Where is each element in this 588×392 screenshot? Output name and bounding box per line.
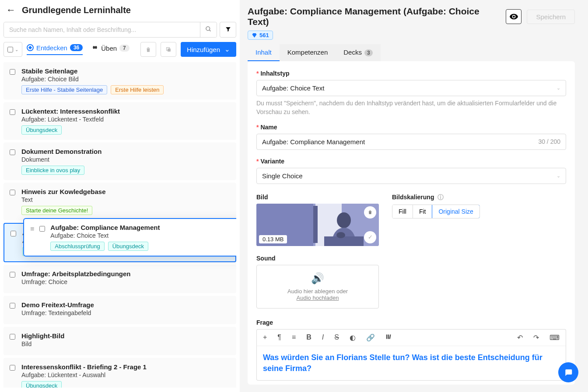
list-item[interactable]: Interessenskonflikt - Briefing 2 - Frage… xyxy=(4,358,236,388)
filter-icon[interactable] xyxy=(220,22,236,38)
svg-rect-9 xyxy=(324,236,364,246)
item-subtitle: Bild xyxy=(21,340,230,347)
tag: Starte deine Geschichte! xyxy=(21,206,92,215)
item-checkbox[interactable] xyxy=(10,272,15,278)
tab-ueben[interactable]: Üben 7 xyxy=(91,45,130,55)
drag-tag: Übungsdeck xyxy=(108,242,148,251)
editor-toolbar: + ¶ ≡ B I S ◐ 🔗 ↶ ↷ ⌨ xyxy=(256,329,566,346)
item-subtitle: Aufgabe: Lückentext - Auswahl xyxy=(21,371,230,378)
input-name[interactable]: Aufgabe: Compliance Management 30 / 200 xyxy=(256,134,566,150)
item-title: Dokument Demonstration xyxy=(21,148,230,155)
item-checkbox[interactable] xyxy=(10,231,16,236)
chevron-down-icon: ⌄ xyxy=(556,173,560,179)
library-icon[interactable] xyxy=(385,333,392,342)
keyboard-icon[interactable]: ⌨ xyxy=(550,333,560,342)
list-item[interactable]: Dokument DemonstrationDokumentEinblicke … xyxy=(4,142,236,180)
tag: Erste Hilfe leisten xyxy=(111,85,164,94)
label-sound: Sound xyxy=(256,255,566,262)
image-ok-icon: ✓ xyxy=(364,231,376,243)
svg-point-0 xyxy=(206,27,210,31)
plus-icon[interactable]: + xyxy=(263,333,267,341)
item-checkbox[interactable] xyxy=(10,149,15,155)
back-arrow-icon[interactable]: ← xyxy=(6,4,16,16)
detail-title: Aufgabe: Compliance Management (Aufgabe:… xyxy=(248,6,500,27)
item-checkbox[interactable] xyxy=(10,303,15,309)
image-size-label: 0.13 MB xyxy=(259,235,287,243)
search-icon[interactable] xyxy=(200,22,217,37)
add-button[interactable]: Hinzufügen ⌄ xyxy=(181,42,236,57)
item-title: Hinweis zur Kowledgebase xyxy=(21,188,230,195)
copy-icon[interactable] xyxy=(161,42,176,57)
svg-rect-12 xyxy=(388,334,389,339)
delete-icon[interactable] xyxy=(140,42,156,57)
search-input[interactable] xyxy=(4,22,200,37)
item-subtitle: Aufgabe: Lückentext - Textfeld xyxy=(21,116,230,123)
item-title: Umfrage: Arbeitsplatzbedingungen xyxy=(21,270,230,278)
drag-tag: Abschlussprüfung xyxy=(50,242,104,251)
tab-decks[interactable]: Decks3 xyxy=(336,44,380,61)
label-bild: Bild xyxy=(256,194,379,201)
item-checkbox[interactable] xyxy=(10,109,15,115)
select-variante[interactable]: Single Choice⌄ xyxy=(256,168,566,184)
label-variante: Variante xyxy=(260,158,284,165)
redo-icon[interactable]: ↷ xyxy=(533,333,539,342)
label-name: Name xyxy=(260,124,277,131)
italic-icon[interactable]: I xyxy=(322,333,324,341)
svg-rect-13 xyxy=(389,334,391,339)
list-item[interactable]: Lückentext: InteressenskonfliktAufgabe: … xyxy=(4,102,236,140)
save-button[interactable]: Speichern xyxy=(527,10,575,24)
tag: Übungsdeck xyxy=(21,381,62,388)
item-title: Highlight-Bild xyxy=(21,332,230,340)
name-counter: 30 / 200 xyxy=(538,138,560,145)
sound-upload-link[interactable]: Audio hochladen xyxy=(297,295,339,301)
item-checkbox[interactable] xyxy=(10,69,15,75)
editor-body[interactable]: Was würden Sie an Florians Stelle tun? W… xyxy=(256,346,566,381)
help-icon[interactable]: ⓘ xyxy=(438,194,444,201)
scale-original-button[interactable]: Original Size xyxy=(432,205,480,219)
item-title: Lückentext: Interessenskonflikt xyxy=(21,108,230,115)
tab-inhalt[interactable]: Inhalt xyxy=(248,44,280,61)
undo-icon[interactable]: ↶ xyxy=(517,333,523,342)
svg-rect-2 xyxy=(168,49,171,52)
svg-point-10 xyxy=(336,232,345,238)
list-item[interactable]: Hinweis zur KowledgebaseTextStarte deine… xyxy=(4,183,236,220)
page-title: Grundlegende Lerninhalte xyxy=(22,5,131,15)
bold-icon[interactable]: B xyxy=(306,333,312,341)
svg-rect-7 xyxy=(313,206,318,243)
item-checkbox[interactable] xyxy=(10,190,15,195)
tab-entdecken[interactable]: Entdecken 36 xyxy=(27,44,83,55)
select-inhaltstyp[interactable]: Aufgabe: Choice Text⌄ xyxy=(256,80,566,96)
sound-upload-box[interactable]: 🔊 Audio hier ablegen oderAudio hochladen xyxy=(256,265,379,309)
help-inhaltstyp: Du musst "Speichern", nachdem du den Inh… xyxy=(256,99,566,117)
brain-icon xyxy=(91,45,98,51)
list-item[interactable]: Highlight-BildBild xyxy=(4,327,236,355)
paragraph-icon[interactable]: ¶ xyxy=(277,333,281,341)
item-title: Demo Freitext-Umfrage xyxy=(21,301,230,309)
item-title: Stabile Seitenlage xyxy=(21,67,230,75)
drag-checkbox[interactable] xyxy=(39,226,45,232)
scale-fit-button[interactable]: Fit xyxy=(413,205,433,218)
align-icon[interactable]: ≡ xyxy=(292,333,296,341)
strikethrough-icon[interactable]: S xyxy=(334,333,339,341)
scale-fill-button[interactable]: Fill xyxy=(392,205,413,218)
item-checkbox[interactable] xyxy=(10,334,15,340)
list-item[interactable]: Umfrage: ArbeitsplatzbedingungenUmfrage:… xyxy=(4,265,236,293)
link-icon[interactable]: 🔗 xyxy=(366,333,375,342)
drag-handle-icon[interactable]: ≡ xyxy=(30,225,34,233)
preview-icon[interactable] xyxy=(506,9,522,24)
tab-kompetenzen[interactable]: Kompetenzen xyxy=(280,44,336,61)
image-preview[interactable]: 0.13 MB ✓ xyxy=(256,204,379,246)
list-item[interactable]: Demo Freitext-UmfrageUmfrage: Texteingab… xyxy=(4,296,236,324)
gem-badge: 561 xyxy=(248,31,273,40)
delete-image-icon[interactable] xyxy=(364,206,376,219)
svg-rect-11 xyxy=(386,334,388,339)
ink-icon[interactable]: ◐ xyxy=(350,333,356,342)
svg-line-1 xyxy=(209,30,210,31)
right-panel: Aufgabe: Compliance Management (Aufgabe:… xyxy=(240,0,588,392)
list-item[interactable]: Stabile SeitenlageAufgabe: Choice BildEr… xyxy=(4,62,236,100)
drag-preview-card[interactable]: ≡ Aufgabe: Compliance Management Aufgabe… xyxy=(23,218,236,257)
chat-bubble-icon[interactable] xyxy=(558,362,578,382)
select-all-checkbox[interactable]: ⌄ xyxy=(4,42,22,57)
drag-subtitle: Aufgabe: Choice Text xyxy=(50,232,236,239)
item-checkbox[interactable] xyxy=(10,365,15,371)
